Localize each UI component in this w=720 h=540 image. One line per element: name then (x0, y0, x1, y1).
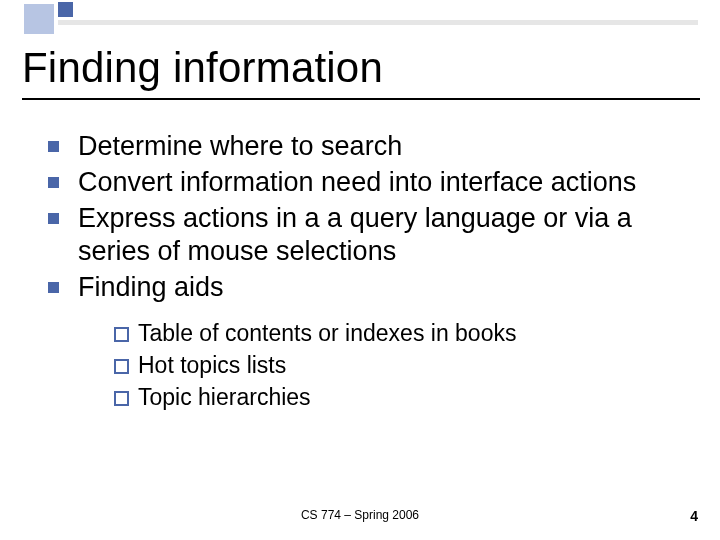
bullet-text: Finding aids (78, 272, 224, 302)
bullet-text: Determine where to search (78, 131, 402, 161)
sub-bullet-item: Table of contents or indexes in books (112, 319, 684, 349)
sub-bullet-list: Table of contents or indexes in books Ho… (112, 319, 684, 413)
bullet-text: Express actions in a a query language or… (78, 203, 632, 267)
bullet-item: Convert information need into interface … (44, 166, 684, 200)
sub-bullet-text: Table of contents or indexes in books (138, 320, 516, 346)
sub-bullet-text: Topic hierarchies (138, 384, 311, 410)
bullet-item: Express actions in a a query language or… (44, 202, 684, 270)
page-number: 4 (690, 508, 698, 524)
title-rule (22, 98, 700, 100)
bullet-list: Determine where to search Convert inform… (44, 130, 684, 412)
slide-title: Finding information (22, 44, 690, 92)
sub-bullet-item: Hot topics lists (112, 351, 684, 381)
footer-course-label: CS 774 – Spring 2006 (0, 508, 720, 522)
sub-bullet-item: Topic hierarchies (112, 383, 684, 413)
bullet-item: Determine where to search (44, 130, 684, 164)
slide-body: Finding information Determine where to s… (0, 0, 720, 540)
slide-content: Determine where to search Convert inform… (22, 130, 690, 412)
sub-bullet-text: Hot topics lists (138, 352, 286, 378)
bullet-text: Convert information need into interface … (78, 167, 636, 197)
bullet-item: Finding aids Table of contents or indexe… (44, 271, 684, 412)
